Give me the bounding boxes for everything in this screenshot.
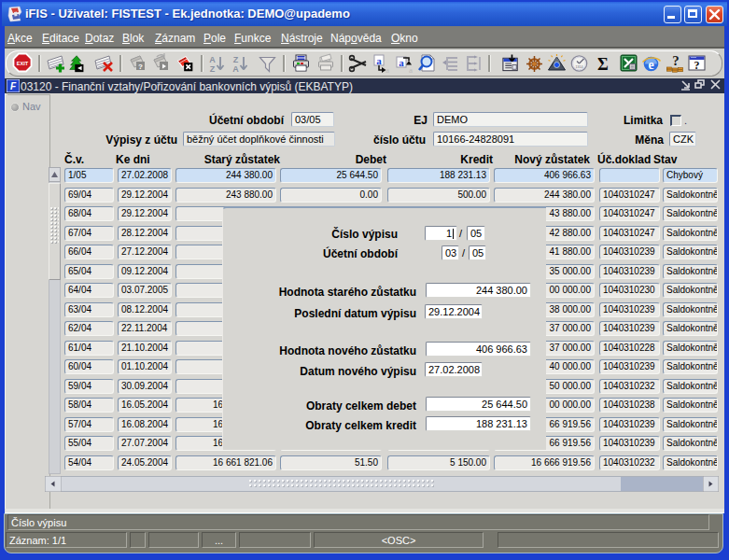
svg-text:Z: Z [210, 64, 216, 74]
svg-text:?: ? [138, 63, 143, 71]
svg-text:EXIT: EXIT [17, 61, 29, 66]
svg-text:Σ: Σ [597, 55, 609, 74]
svg-text:A: A [209, 55, 216, 64]
svg-text:1314: 1314 [576, 65, 583, 69]
svg-text:a: a [386, 65, 389, 75]
svg-text:Z: Z [233, 55, 239, 64]
svg-text:A: A [232, 64, 239, 74]
svg-text:F: F [10, 81, 17, 91]
svg-text:a: a [409, 65, 413, 75]
svg-text:?: ? [694, 59, 700, 72]
svg-text:a: a [376, 55, 382, 66]
svg-text:?: ? [672, 53, 680, 68]
svg-text:e: e [648, 58, 653, 72]
